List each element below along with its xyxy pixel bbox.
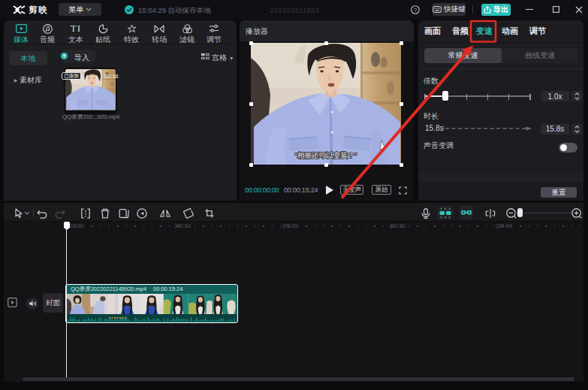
- svg-text:?: ?: [414, 7, 417, 14]
- svg-text:“相册还可以变装？”: “相册还可以变装？”: [295, 151, 357, 159]
